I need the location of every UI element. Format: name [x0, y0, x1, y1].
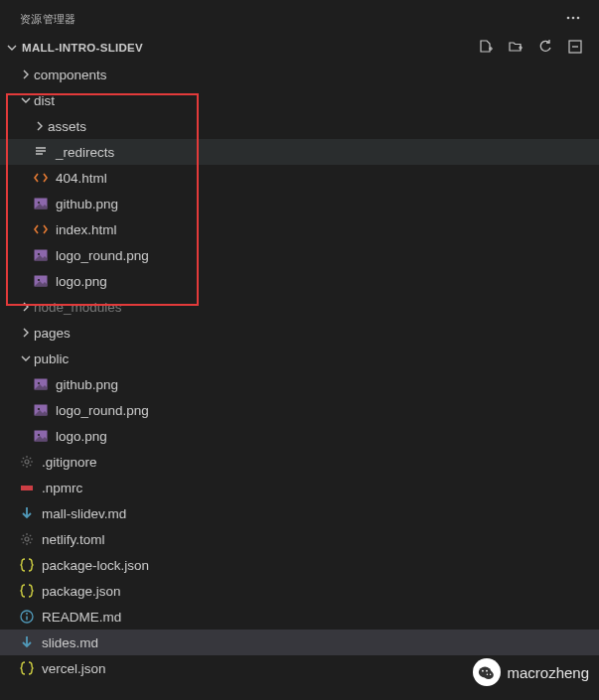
tree-item-label: components — [34, 68, 107, 82]
braces-icon — [18, 583, 36, 599]
tree-item-label: 404.html — [56, 171, 107, 186]
tree-file[interactable]: mall-slidev.md — [0, 500, 599, 526]
tree-folder[interactable]: node_modules — [0, 294, 599, 320]
chevron-down-icon — [18, 350, 34, 366]
tree-item-label: netlify.toml — [42, 532, 105, 547]
tree-item-label: node_modules — [34, 300, 122, 315]
code-icon — [32, 170, 50, 186]
new-file-button[interactable] — [478, 39, 494, 58]
explorer-title: 资源管理器 — [20, 12, 76, 27]
new-folder-button[interactable] — [508, 39, 524, 58]
tree-file[interactable]: logo.png — [0, 268, 599, 294]
tree-file[interactable]: .gitignore — [0, 449, 599, 475]
chevron-down-icon — [18, 92, 34, 108]
watermark-text: macrozheng — [507, 664, 589, 681]
tree-file[interactable]: index.html — [0, 216, 599, 242]
chevron-down-icon — [4, 40, 20, 56]
chevron-right-icon — [18, 299, 34, 315]
gear-icon — [18, 454, 36, 470]
tree-folder[interactable]: assets — [0, 113, 599, 139]
image-icon — [32, 247, 50, 263]
code-icon — [32, 221, 50, 237]
tree-item-label: assets — [48, 119, 86, 134]
tree-file[interactable]: _redirects — [0, 139, 599, 165]
tree-item-label: .gitignore — [42, 455, 97, 470]
tree-file[interactable]: .npmrc — [0, 475, 599, 500]
braces-icon — [18, 660, 36, 676]
tree-file[interactable]: netlify.toml — [0, 526, 599, 552]
more-actions-button[interactable] — [565, 10, 587, 29]
tree-folder[interactable]: dist — [0, 87, 599, 113]
tree-file[interactable]: package-lock.json — [0, 552, 599, 578]
tree-item-label: github.png — [56, 197, 118, 211]
tree-file[interactable]: slides.md — [0, 630, 599, 655]
tree-file[interactable]: package.json — [0, 578, 599, 604]
gear-icon — [18, 531, 36, 547]
explorer-header: 资源管理器 — [0, 0, 599, 34]
arrow-down-icon — [18, 634, 36, 650]
refresh-button[interactable] — [537, 39, 553, 58]
chevron-right-icon — [18, 67, 34, 82]
tree-item-label: mall-slidev.md — [42, 506, 126, 521]
image-icon — [32, 402, 50, 418]
tree-item-label: logo.png — [56, 429, 107, 444]
tree-item-label: slides.md — [42, 635, 98, 650]
tree-item-label: index.html — [56, 222, 117, 237]
tree-item-label: vercel.json — [42, 661, 106, 676]
npm-icon — [18, 480, 36, 495]
collapse-all-button[interactable] — [567, 39, 583, 58]
project-actions — [478, 39, 589, 58]
chevron-right-icon — [18, 325, 34, 341]
image-icon — [32, 273, 50, 289]
tree-folder[interactable]: public — [0, 346, 599, 371]
chevron-right-icon — [32, 118, 48, 134]
image-icon — [32, 376, 50, 392]
info-icon — [18, 609, 36, 625]
image-icon — [32, 428, 50, 444]
tree-item-label: .npmrc — [42, 481, 82, 495]
project-root-row[interactable]: MALL-INTRO-SLIDEV — [0, 34, 599, 62]
tree-item-label: github.png — [56, 377, 118, 392]
tree-item-label: logo.png — [56, 274, 107, 289]
tree-file[interactable]: github.png — [0, 191, 599, 216]
tree-item-label: README.md — [42, 610, 121, 625]
tree-item-label: _redirects — [56, 145, 114, 160]
tree-item-label: dist — [34, 93, 55, 108]
tree-item-label: package-lock.json — [42, 558, 149, 573]
tree-file[interactable]: logo_round.png — [0, 242, 599, 268]
tree-item-label: logo_round.png — [56, 248, 149, 263]
tree-folder[interactable]: components — [0, 62, 599, 87]
tree-file[interactable]: 404.html — [0, 165, 599, 191]
tree-file[interactable]: README.md — [0, 604, 599, 630]
image-icon — [32, 196, 50, 211]
wechat-icon — [473, 658, 501, 686]
arrow-down-icon — [18, 505, 36, 521]
tree-file[interactable]: logo_round.png — [0, 397, 599, 423]
watermark: macrozheng — [473, 658, 589, 686]
tree-folder[interactable]: pages — [0, 320, 599, 346]
tree-item-label: public — [34, 351, 69, 366]
braces-icon — [18, 557, 36, 573]
project-name: MALL-INTRO-SLIDEV — [22, 42, 143, 54]
lines-icon — [32, 144, 50, 160]
tree-item-label: pages — [34, 326, 71, 341]
file-tree: componentsdistassets_redirects404.htmlgi… — [0, 62, 599, 687]
tree-item-label: logo_round.png — [56, 403, 149, 418]
tree-item-label: package.json — [42, 584, 121, 599]
tree-file[interactable]: github.png — [0, 371, 599, 397]
tree-file[interactable]: logo.png — [0, 423, 599, 449]
